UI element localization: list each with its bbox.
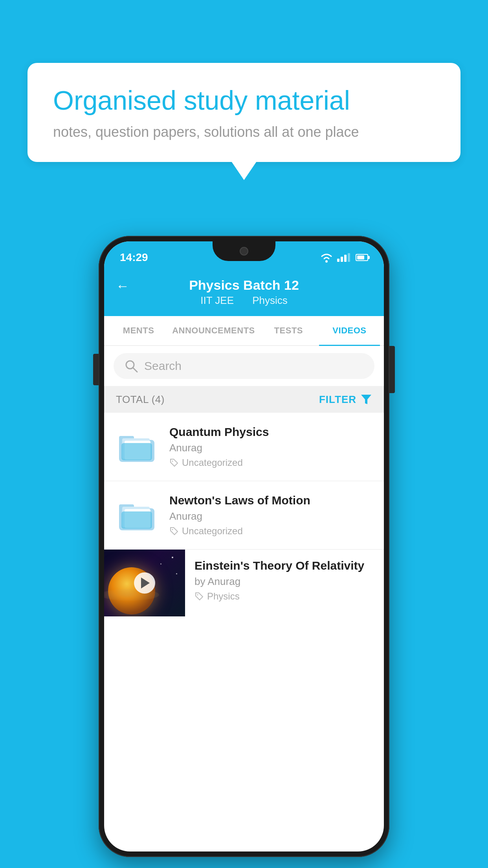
svg-rect-8 [121,443,152,460]
svg-point-16 [197,594,198,596]
video-info-2: Newton's Laws of Motion Anurag Uncategor… [169,494,373,537]
list-item[interactable]: Einstein's Theory Of Relativity by Anura… [104,550,384,616]
total-count: TOTAL (4) [116,394,165,406]
einstein-thumbnail [104,550,185,616]
einstein-info: Einstein's Theory Of Relativity by Anura… [185,550,384,611]
play-button[interactable] [134,572,155,594]
svg-point-0 [325,260,328,263]
tag-label-2: Uncategorized [182,526,243,537]
search-input-wrap[interactable]: Search [114,353,374,379]
video-title-2: Newton's Laws of Motion [169,494,373,507]
tag-icon-2 [169,526,179,536]
video-author-2: Anurag [169,510,373,522]
tag-icon-1 [169,458,179,467]
phone-mockup: 14:29 [99,236,389,857]
video-list: Quantum Physics Anurag Uncategorized [104,413,384,616]
bubble-title: Organised study material [53,85,435,117]
back-button[interactable]: ← [116,278,129,294]
einstein-tag: Physics [194,591,374,602]
status-time: 14:29 [120,251,148,264]
wifi-icon [320,252,333,263]
video-tag-1: Uncategorized [169,457,373,468]
tab-tests[interactable]: TESTS [258,316,319,345]
phone-frame: 14:29 [99,236,389,857]
phone-screen: 14:29 [104,241,384,851]
list-item[interactable]: Newton's Laws of Motion Anurag Uncategor… [104,481,384,550]
speech-bubble: Organised study material notes, question… [28,63,460,162]
header-title: Physics Batch 12 [189,278,299,293]
subtitle-iitjee: IIT JEE [200,294,234,306]
battery-icon [356,254,368,261]
bubble-subtitle: notes, question papers, solutions all at… [53,124,435,140]
tab-videos[interactable]: VIDEOS [319,316,380,345]
search-placeholder: Search [144,359,182,373]
folder-thumb-2 [115,498,158,533]
svg-line-2 [133,368,137,372]
svg-point-15 [172,529,173,530]
einstein-title: Einstein's Theory Of Relativity [194,559,374,572]
phone-notch [213,241,275,261]
einstein-tag-label: Physics [207,591,240,602]
app-header: ← Physics Batch 12 IIT JEE Physics [104,270,384,316]
list-item[interactable]: Quantum Physics Anurag Uncategorized [104,413,384,481]
filter-label: FILTER [319,394,356,406]
camera-icon [240,247,248,256]
folder-thumb-1 [115,429,158,465]
video-title-1: Quantum Physics [169,425,373,439]
search-icon [125,359,138,373]
folder-icon-1 [119,431,154,463]
status-icons [320,252,368,263]
svg-point-9 [172,461,173,462]
tabs-bar: MENTS ANNOUNCEMENTS TESTS VIDEOS [104,316,384,346]
subtitle-physics: Physics [252,294,288,306]
search-container: Search [104,346,384,386]
tab-announcements[interactable]: ANNOUNCEMENTS [169,316,258,345]
filter-funnel-icon [360,394,372,406]
filter-bar: TOTAL (4) FILTER [104,386,384,413]
filter-button[interactable]: FILTER [319,394,372,406]
video-author-1: Anurag [169,442,373,454]
svg-marker-3 [361,395,371,404]
tag-label-1: Uncategorized [182,457,243,468]
video-info-1: Quantum Physics Anurag Uncategorized [169,425,373,468]
einstein-author: by Anurag [194,576,374,588]
video-tag-2: Uncategorized [169,526,373,537]
svg-rect-14 [121,511,152,529]
tag-icon-3 [194,592,204,601]
tab-ments[interactable]: MENTS [108,316,169,345]
folder-icon-2 [119,500,154,531]
signal-icon [337,253,350,262]
header-subtitle: IIT JEE Physics [196,294,292,307]
